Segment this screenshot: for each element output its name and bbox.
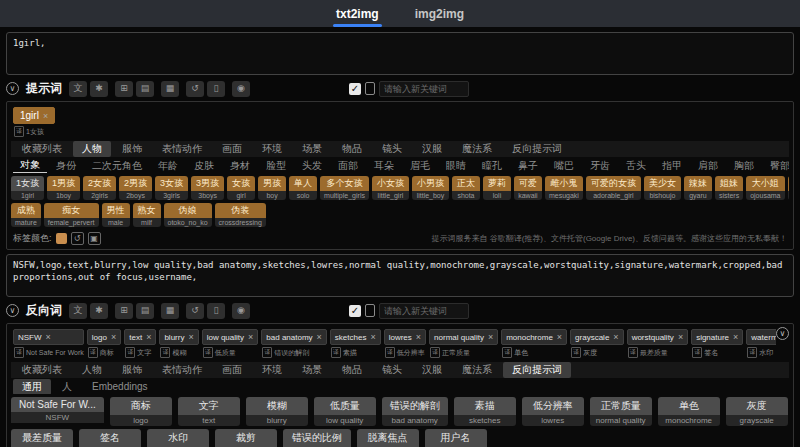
- subcategory-tab[interactable]: 瞳孔: [475, 159, 509, 173]
- prompt-chip[interactable]: logo ×: [87, 329, 121, 345]
- category-tab[interactable]: 画面: [213, 141, 251, 157]
- tag-button[interactable]: 大小姐 ojousama: [746, 176, 784, 200]
- remove-chip-icon[interactable]: ×: [678, 332, 683, 342]
- tag-button[interactable]: 最差质量 worstquality: [11, 429, 73, 447]
- tag-button[interactable]: 错误的比例 bad proportions: [283, 429, 351, 447]
- translate-icon[interactable]: 文: [69, 81, 87, 97]
- tag-button[interactable]: 熟女 milf: [133, 203, 161, 227]
- tag-button[interactable]: 素描 sketches: [454, 397, 516, 426]
- subcategory-tab[interactable]: 臀部: [763, 159, 789, 173]
- category-tab[interactable]: 物品: [333, 141, 371, 157]
- subcategory-tab[interactable]: 眉毛: [403, 159, 437, 173]
- new-keyword-input[interactable]: [379, 303, 469, 319]
- tag-button[interactable]: 小女孩 little_girl: [372, 176, 409, 200]
- tag-button[interactable]: 低分辨率 lowres: [522, 397, 584, 426]
- subcategory-tab[interactable]: 牙齿: [583, 159, 617, 173]
- subcategory-tab[interactable]: 对象: [13, 158, 47, 173]
- copy-icon[interactable]: ⊞: [115, 81, 133, 97]
- history-icon[interactable]: ↺: [186, 303, 204, 319]
- tag-button[interactable]: 水印 watermark: [147, 429, 209, 447]
- remove-chip-icon[interactable]: ×: [146, 332, 151, 342]
- category-tab[interactable]: 反向提示词: [503, 141, 571, 157]
- prompt-chip[interactable]: worstquality ×: [627, 329, 689, 345]
- prompt-chip[interactable]: sketches ×: [330, 329, 381, 345]
- api-icon[interactable]: ◉: [232, 81, 250, 97]
- subcategory-tab[interactable]: 面部: [331, 159, 365, 173]
- tag-button[interactable]: 低质量 low quality: [314, 397, 376, 426]
- collapse-section-icon[interactable]: ∨: [6, 304, 19, 317]
- subcategory-tab[interactable]: 通用: [13, 379, 51, 394]
- tag-button[interactable]: 3女孩 3girls: [155, 176, 188, 200]
- save-icon[interactable]: ▤: [136, 303, 154, 319]
- settings-icon[interactable]: ✱: [90, 81, 108, 97]
- translate-icon[interactable]: 文: [69, 303, 87, 319]
- trash-icon[interactable]: ▯: [207, 81, 225, 97]
- tag-button[interactable]: 女孩 girl: [227, 176, 255, 200]
- subcategory-tab[interactable]: 鼻子: [511, 159, 545, 173]
- prompt-chip[interactable]: lowres ×: [384, 329, 426, 345]
- tag-button[interactable]: 模糊 blurry: [246, 397, 308, 426]
- tag-color-swatch[interactable]: [56, 233, 67, 244]
- tag-button[interactable]: 裁剪 cropped: [215, 429, 277, 447]
- subcategory-tab[interactable]: 皮肤: [187, 159, 221, 173]
- category-tab[interactable]: 收藏列表: [13, 141, 71, 157]
- remove-chip-icon[interactable]: ×: [370, 332, 375, 342]
- tag-button[interactable]: 伪装 crossdressing: [215, 203, 266, 227]
- category-tab[interactable]: 场景: [293, 362, 331, 378]
- copy-icon[interactable]: ⊞: [115, 303, 133, 319]
- category-tab[interactable]: 汉服: [413, 362, 451, 378]
- category-tab[interactable]: 人物: [73, 362, 111, 378]
- tag-button[interactable]: 美少女 bishoujo: [644, 176, 681, 200]
- auto-translate-checkbox[interactable]: ✓: [349, 305, 361, 317]
- prompt-chip[interactable]: watermark ×: [746, 329, 776, 345]
- tag-button[interactable]: 萝莉 loli: [483, 176, 511, 200]
- clipboard-icon[interactable]: ▣: [88, 232, 101, 245]
- category-tab[interactable]: 镜头: [373, 362, 411, 378]
- remove-chip-icon[interactable]: ×: [416, 332, 421, 342]
- tag-button[interactable]: 2男孩 2boys: [119, 176, 152, 200]
- category-tab[interactable]: 环境: [253, 362, 291, 378]
- remove-chip-icon[interactable]: ×: [488, 332, 493, 342]
- history-icon[interactable]: ↺: [186, 81, 204, 97]
- reset-color-icon[interactable]: ↺: [71, 232, 84, 245]
- tag-button[interactable]: 小男孩 little_boy: [412, 176, 449, 200]
- category-tab[interactable]: 表情动作: [153, 141, 211, 157]
- category-tab[interactable]: 反向提示词: [503, 362, 571, 378]
- save-icon[interactable]: ▤: [136, 81, 154, 97]
- prompt-chip[interactable]: normal quality ×: [429, 329, 498, 345]
- category-tab[interactable]: 物品: [333, 362, 371, 378]
- subcategory-tab[interactable]: 身份: [49, 159, 83, 173]
- category-tab[interactable]: 镜头: [373, 141, 411, 157]
- remove-chip-icon[interactable]: ×: [111, 332, 116, 342]
- tag-button[interactable]: 正太 shota: [452, 176, 480, 200]
- settings-icon[interactable]: ✱: [90, 303, 108, 319]
- trash-icon[interactable]: ▯: [207, 303, 225, 319]
- category-tab[interactable]: 画面: [213, 362, 251, 378]
- remove-chip-icon[interactable]: ×: [46, 332, 51, 342]
- prompt-chip[interactable]: blurry ×: [159, 329, 198, 345]
- negative-prompt-textarea[interactable]: NSFW,logo,text,blurry,low quality,bad an…: [6, 254, 794, 297]
- subcategory-tab[interactable]: 二次元角色: [85, 159, 149, 173]
- tag-button[interactable]: 脱离焦点 out of focus: [357, 429, 419, 447]
- tag-button[interactable]: 用户名 username: [425, 429, 487, 447]
- collapse-section-icon[interactable]: ∨: [6, 82, 19, 95]
- tag-button[interactable]: 伪娘 otoko_no_ko: [164, 203, 212, 227]
- image-icon[interactable]: ▦: [161, 81, 179, 97]
- positive-prompt-textarea[interactable]: 1girl,: [6, 32, 794, 75]
- remove-chip-icon[interactable]: ×: [557, 332, 562, 342]
- tag-button[interactable]: 可爱 kawaii: [514, 176, 542, 200]
- prompt-chip[interactable]: text ×: [124, 329, 156, 345]
- tag-button[interactable]: 雌小鬼 mesugaki: [545, 176, 583, 200]
- subcategory-tab[interactable]: 年龄: [151, 159, 185, 173]
- tag-button[interactable]: 灰度 grayscale: [726, 397, 788, 426]
- tag-button[interactable]: 1女孩 1girl: [11, 176, 44, 200]
- prompt-chip[interactable]: low quality ×: [202, 329, 259, 345]
- tag-button[interactable]: 错误的解剖 bad anatomy: [382, 397, 448, 426]
- tag-button[interactable]: 1男孩 1boy: [47, 176, 80, 200]
- tag-button[interactable]: 姐妹 sisters: [715, 176, 743, 200]
- category-tab[interactable]: 环境: [253, 141, 291, 157]
- category-tab[interactable]: 收藏列表: [13, 362, 71, 378]
- tag-button[interactable]: 3男孩 3boys: [191, 176, 224, 200]
- category-tab[interactable]: 人物: [73, 141, 111, 157]
- remove-chip-icon[interactable]: ×: [248, 332, 253, 342]
